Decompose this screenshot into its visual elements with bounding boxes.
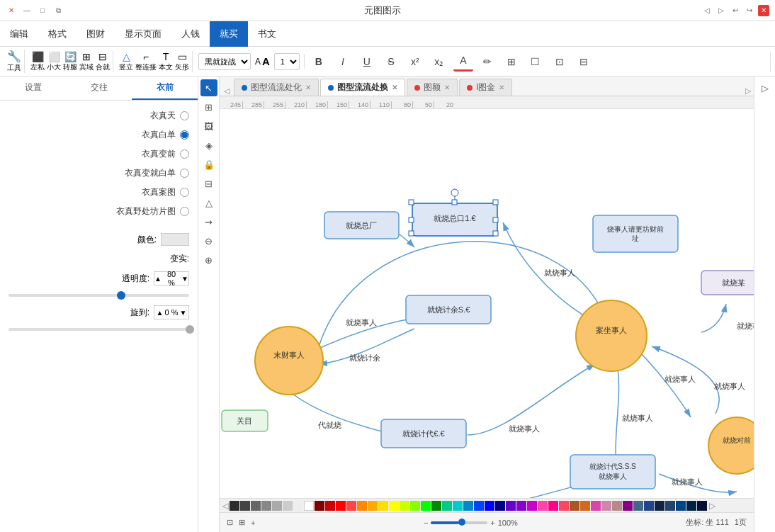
tab-settings[interactable]: 设置 <box>0 77 66 100</box>
color-cell[interactable] <box>538 501 548 511</box>
close-button[interactable]: ✕ <box>6 5 17 16</box>
table-btn[interactable]: ⊟ <box>200 175 217 192</box>
close-app-btn[interactable]: ✕ <box>758 5 769 16</box>
canvas-scroll[interactable]: 就烧事人 就烧事人 就烧事人 就烧计余 代就烧 <box>220 109 754 498</box>
zoom-minus-btn[interactable]: − <box>424 519 428 527</box>
color-cell[interactable] <box>697 501 707 511</box>
area-btn[interactable]: ⊞ 宾域 <box>79 51 94 72</box>
color-cell[interactable] <box>633 501 643 511</box>
rotation-value[interactable]: ▲ 0 % ▼ <box>154 305 189 319</box>
color-cell[interactable] <box>665 501 675 511</box>
subscript-btn[interactable]: x₂ <box>429 52 449 72</box>
vertical-btn[interactable]: △ 竖立 <box>119 51 133 72</box>
color-cell[interactable] <box>315 501 324 511</box>
strikethrough-btn[interactable]: S <box>381 52 401 72</box>
color-cell[interactable] <box>612 501 622 511</box>
bold-btn[interactable]: B <box>309 52 329 72</box>
node-circle-1[interactable] <box>255 327 323 395</box>
layers-btn[interactable]: ◈ <box>200 137 217 154</box>
italic-btn[interactable]: I <box>333 52 353 72</box>
border-btn[interactable]: ⊞ <box>502 52 521 72</box>
expand-icon[interactable]: ⊞ <box>239 518 245 527</box>
color-cell[interactable] <box>346 501 356 511</box>
color-cell[interactable] <box>336 501 346 511</box>
color-cell[interactable] <box>580 501 590 511</box>
palette-arrow[interactable]: ◁ <box>222 501 229 511</box>
color-cell[interactable] <box>357 501 367 511</box>
font-family-select[interactable]: 黑就旋战 <box>198 53 251 70</box>
image-btn[interactable]: 🖼 <box>200 118 217 135</box>
zoom-slider[interactable] <box>431 521 487 524</box>
highlight-btn[interactable]: ✏ <box>477 52 497 72</box>
color-cell[interactable] <box>400 501 409 511</box>
menu-chart[interactable]: 图财 <box>77 21 115 47</box>
restore-button[interactable]: ⧉ <box>52 5 64 16</box>
menu-view[interactable]: 显示页面 <box>115 21 171 47</box>
maximize-button[interactable]: □ <box>37 5 48 16</box>
color-cell[interactable] <box>559 501 569 511</box>
rect-btn[interactable]: ▭ 矢形 <box>175 51 189 72</box>
minimize-button[interactable]: — <box>21 5 33 16</box>
text-btn[interactable]: T 本文 <box>159 51 173 72</box>
nav-back[interactable]: ◁ <box>701 5 713 16</box>
palette-arrow-right[interactable]: ▷ <box>709 501 715 511</box>
radio-1[interactable] <box>180 111 189 120</box>
radio-4[interactable] <box>180 169 189 178</box>
color-cell[interactable] <box>293 501 303 511</box>
tab-exchange[interactable]: 交往 <box>66 77 132 100</box>
menu-format[interactable]: 格式 <box>38 21 77 47</box>
connect-btn[interactable]: ⌐ 整连接 <box>135 51 157 72</box>
paste-format-btn[interactable]: ⊟ <box>574 52 594 72</box>
color-cell[interactable] <box>283 501 293 511</box>
color-btn[interactable]: A <box>453 52 473 72</box>
redo-btn[interactable]: ↪ <box>744 5 755 16</box>
zoom-plus-btn[interactable]: + <box>490 519 494 527</box>
select-tool-btn[interactable]: ↖ <box>200 79 217 96</box>
undo-btn[interactable]: ↩ <box>730 5 741 16</box>
color-picker[interactable] <box>161 233 189 246</box>
node-box-2[interactable] <box>593 215 678 252</box>
color-cell[interactable] <box>304 501 314 511</box>
color-cell[interactable] <box>570 501 579 511</box>
nav-forward[interactable]: ▷ <box>715 5 727 16</box>
font-smaller-btn[interactable]: A <box>255 57 261 67</box>
color-cell[interactable] <box>442 501 452 511</box>
more-btn[interactable]: ⊕ <box>200 251 217 268</box>
tab-style[interactable]: 衣前 <box>132 77 198 100</box>
canvas-tab-4[interactable]: I图金 ✕ <box>459 79 512 96</box>
merge-btn[interactable]: ⊟ 合就 <box>96 51 110 72</box>
canvas-tab-1[interactable]: 图型流流处化 ✕ <box>234 79 319 96</box>
color-cell[interactable] <box>676 501 686 511</box>
color-cell[interactable] <box>686 501 696 511</box>
color-cell[interactable] <box>463 501 473 511</box>
superscript-btn[interactable]: x² <box>405 52 425 72</box>
menu-edit[interactable]: 编辑 <box>0 21 38 47</box>
canvas-tab-3[interactable]: 图额 ✕ <box>407 79 458 96</box>
color-cell[interactable] <box>644 501 654 511</box>
opacity-value[interactable]: ▲ 80 % ▼ <box>154 271 189 285</box>
fit-icon[interactable]: ⊡ <box>227 518 233 527</box>
tab-close-3[interactable]: ✕ <box>444 84 450 91</box>
color-cell[interactable] <box>368 501 378 511</box>
color-cell[interactable] <box>623 501 633 511</box>
radio-2[interactable] <box>180 130 189 140</box>
grid-btn[interactable]: ⊞ <box>200 98 217 115</box>
panel-collapse-btn[interactable]: ▷ <box>757 79 774 96</box>
rotate-btn[interactable]: 🔄 转腿 <box>63 51 77 72</box>
shape2-btn[interactable]: △ <box>200 194 217 211</box>
color-cell[interactable] <box>548 501 558 511</box>
color-cell[interactable] <box>591 501 601 511</box>
color-cell[interactable] <box>272 501 282 511</box>
align-btn[interactable]: ⬛ 左私 <box>30 51 45 72</box>
opacity-slider-track[interactable] <box>9 291 189 300</box>
tab-close-2[interactable]: ✕ <box>392 84 397 91</box>
shadow-btn[interactable]: ☐ <box>526 52 545 72</box>
menu-help[interactable]: 书文 <box>248 21 286 47</box>
color-cell[interactable] <box>527 501 537 511</box>
size-btn[interactable]: ⬜ 小大 <box>47 51 61 72</box>
copy-format-btn[interactable]: ⊡ <box>550 52 570 72</box>
connector-btn[interactable]: ⇝ <box>200 213 217 230</box>
color-cell[interactable] <box>410 501 420 511</box>
color-cell[interactable] <box>261 501 271 511</box>
color-cell[interactable] <box>421 501 431 511</box>
